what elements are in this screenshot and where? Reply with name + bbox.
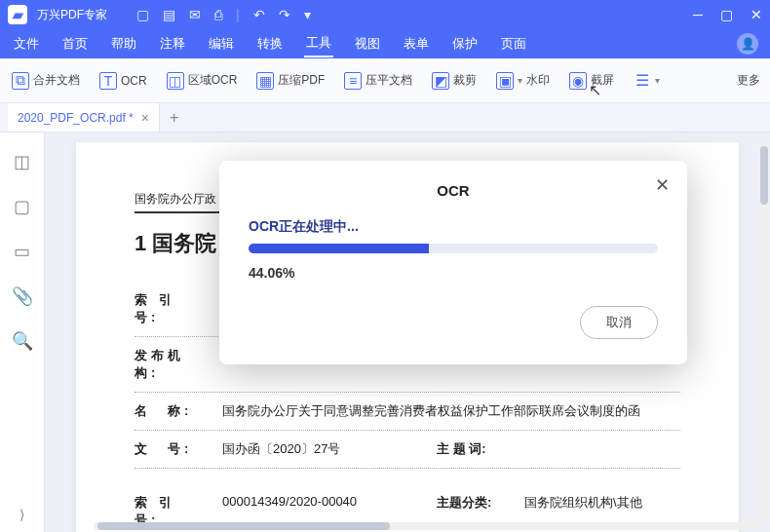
publisher-label: 发布机构:	[135, 347, 203, 382]
minimize-button[interactable]: ─	[693, 7, 703, 22]
menu-home[interactable]: 首页	[60, 31, 90, 57]
attachment-icon[interactable]: 📎	[13, 286, 32, 306]
save-icon[interactable]: ▤	[163, 7, 175, 22]
flatten-button[interactable]: ≡压平文档	[342, 68, 414, 94]
scrollbar-thumb[interactable]	[97, 522, 390, 530]
progress-bar	[249, 244, 658, 253]
window-controls: ─ ▢ ✕	[693, 7, 762, 22]
list-icon: ☰	[634, 72, 651, 90]
progress-bar-fill	[249, 244, 429, 253]
left-sidebar: ◫ ▢ ▭ 📎 🔍 ⟩	[0, 133, 45, 532]
compress-icon: ▦	[256, 72, 274, 90]
watermark-label: 水印	[526, 72, 550, 89]
tab-close-button[interactable]: ×	[141, 110, 149, 126]
maximize-button[interactable]: ▢	[720, 7, 733, 22]
area-ocr-label: 区域OCR	[188, 72, 238, 89]
menu-annotate[interactable]: 注释	[158, 31, 187, 57]
ocr-progress-dialog: ✕ OCR OCR正在处理中... 44.06% 取消	[219, 161, 687, 364]
flatten-icon: ≡	[344, 72, 362, 90]
progress-percent: 44.06%	[249, 265, 658, 281]
ocr-button[interactable]: TOCR	[97, 68, 149, 94]
menu-file[interactable]: 文件	[12, 31, 41, 57]
ribbon-toolbar: ⧉合并文档 TOCR ◫区域OCR ▦压缩PDF ≡压平文档 ◩裁剪 ▣▾水印 …	[0, 58, 770, 103]
mail-icon[interactable]: ✉	[189, 7, 201, 22]
crop-icon: ◩	[432, 72, 449, 90]
ocr-icon: T	[99, 72, 117, 90]
menu-bar: 文件 首页 帮助 注释 编辑 转换 工具 视图 表单 保护 页面 👤	[0, 29, 770, 58]
camera-icon: ◉	[569, 72, 587, 90]
document-tab[interactable]: 2020_PDF_OCR.pdf * ×	[8, 103, 160, 132]
flatten-label: 压平文档	[366, 72, 412, 89]
more-label: 更多	[737, 72, 760, 89]
tab-title: 2020_PDF_OCR.pdf *	[18, 111, 134, 125]
merge-label: 合并文档	[33, 72, 80, 89]
screenshot-label: 截屏	[591, 72, 614, 89]
screenshot-button[interactable]: ◉截屏	[567, 68, 616, 94]
more-tools-button[interactable]: 更多	[737, 72, 760, 89]
horizontal-scrollbar[interactable]	[94, 522, 756, 530]
merge-documents-button[interactable]: ⧉合并文档	[10, 68, 82, 94]
close-button[interactable]: ✕	[751, 7, 762, 22]
comments-icon[interactable]: ▭	[13, 242, 32, 261]
topic-value	[524, 440, 680, 458]
docnum-value: 国办函〔2020〕27号	[222, 440, 407, 458]
menu-tools[interactable]: 工具	[304, 30, 333, 57]
menu-protect[interactable]: 保护	[450, 31, 480, 57]
watermark-button[interactable]: ▣▾水印	[494, 68, 552, 94]
menu-convert[interactable]: 转换	[255, 31, 285, 57]
app-name: 万兴PDF专家	[37, 7, 107, 23]
menu-form[interactable]: 表单	[402, 31, 431, 57]
dialog-close-button[interactable]: ✕	[655, 174, 670, 196]
divider: |	[236, 7, 240, 22]
area-ocr-button[interactable]: ◫区域OCR	[165, 68, 240, 94]
thumbnails-icon[interactable]: ◫	[13, 152, 32, 171]
title-bar: ▰ 万兴PDF专家 ▢ ▤ ✉ ⎙ | ↶ ↷ ▾ ─ ▢ ✕	[0, 0, 770, 29]
menu-view[interactable]: 视图	[353, 31, 382, 57]
menu-help[interactable]: 帮助	[109, 31, 138, 57]
ocr-status-text: OCR正在处理中...	[249, 218, 658, 236]
chevron-down-icon: ▾	[518, 75, 522, 86]
docnum-label: 文 号:	[135, 440, 203, 458]
compress-label: 压缩PDF	[278, 72, 325, 89]
quick-access-toolbar: ▢ ▤ ✉ ⎙ | ↶ ↷ ▾	[136, 7, 311, 22]
scrollbar-thumb[interactable]	[760, 146, 768, 205]
dropdown-icon[interactable]: ▾	[304, 7, 311, 22]
crop-button[interactable]: ◩裁剪	[430, 68, 479, 94]
app-logo-icon: ▰	[8, 5, 27, 24]
vertical-scrollbar[interactable]	[760, 142, 768, 522]
redo-icon[interactable]: ↷	[279, 7, 290, 22]
dialog-title: OCR	[249, 182, 658, 199]
area-ocr-icon: ◫	[167, 72, 184, 90]
document-tab-bar: 2020_PDF_OCR.pdf * × +	[0, 103, 770, 133]
watermark-icon: ▣	[496, 72, 514, 90]
bookmark-icon[interactable]: ▢	[13, 197, 32, 216]
print-icon[interactable]: ⎙	[214, 7, 222, 22]
menu-page[interactable]: 页面	[499, 31, 528, 57]
undo-icon[interactable]: ↶	[253, 7, 265, 22]
collapse-sidebar-icon[interactable]: ⟩	[19, 507, 24, 522]
menu-edit[interactable]: 编辑	[207, 31, 236, 57]
chevron-down-icon: ▾	[655, 75, 660, 86]
ocr-label: OCR	[121, 74, 147, 88]
name-value: 国务院办公厅关于同意调整完善消费者权益保护工作部际联席会议制度的函	[222, 402, 680, 420]
list-view-button[interactable]: ☰▾	[632, 68, 662, 94]
cancel-button[interactable]: 取消	[580, 306, 658, 339]
crop-label: 裁剪	[453, 72, 477, 89]
open-icon[interactable]: ▢	[136, 7, 149, 22]
name-label: 名 称:	[135, 402, 203, 420]
user-avatar-icon[interactable]: 👤	[737, 33, 758, 55]
compress-pdf-button[interactable]: ▦压缩PDF	[254, 68, 327, 94]
topic-label: 主 题 词:	[437, 440, 505, 458]
merge-icon: ⧉	[12, 72, 29, 90]
page-header-left: 国务院办公厅政	[135, 191, 216, 208]
add-tab-button[interactable]: +	[160, 109, 188, 127]
search-icon[interactable]: 🔍	[13, 331, 32, 351]
index-label: 索 引 号:	[135, 291, 203, 326]
